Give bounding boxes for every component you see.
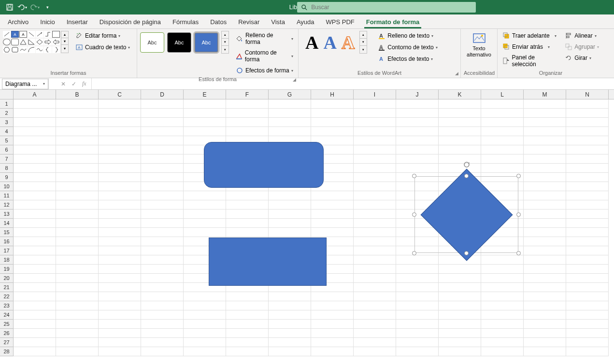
cell[interactable] bbox=[14, 347, 56, 356]
cell[interactable] bbox=[354, 347, 396, 356]
cell[interactable] bbox=[566, 228, 609, 237]
style-down-icon[interactable]: ▾ bbox=[222, 39, 228, 46]
cell[interactable] bbox=[311, 320, 354, 329]
cell[interactable] bbox=[481, 274, 524, 283]
shape-rounded-rectangle[interactable] bbox=[204, 142, 324, 188]
tab-insertar[interactable]: Insertar bbox=[61, 15, 94, 28]
cell[interactable] bbox=[226, 320, 269, 329]
cell[interactable] bbox=[311, 292, 354, 301]
cell[interactable] bbox=[396, 338, 439, 347]
shape-wave-icon[interactable] bbox=[19, 46, 27, 53]
cell[interactable] bbox=[396, 329, 439, 338]
cell[interactable] bbox=[311, 191, 354, 200]
cell[interactable] bbox=[524, 338, 566, 347]
cell[interactable] bbox=[184, 118, 226, 127]
cell[interactable] bbox=[56, 154, 99, 164]
column-header[interactable]: M bbox=[524, 90, 566, 99]
cell[interactable] bbox=[524, 320, 566, 329]
shape-rtriangle-icon[interactable] bbox=[28, 39, 35, 45]
cell[interactable] bbox=[14, 154, 56, 164]
cell[interactable] bbox=[99, 329, 141, 338]
shape-diamond-icon[interactable] bbox=[36, 39, 43, 45]
cell[interactable] bbox=[14, 200, 56, 210]
cell[interactable] bbox=[56, 265, 99, 274]
cell[interactable] bbox=[56, 136, 99, 145]
cell[interactable] bbox=[354, 191, 396, 200]
cell[interactable] bbox=[524, 210, 566, 219]
style-scroll[interactable]: ▴ ▾ ▾ bbox=[221, 31, 229, 54]
cell[interactable] bbox=[481, 127, 524, 136]
cell[interactable] bbox=[311, 99, 354, 109]
cell[interactable] bbox=[226, 338, 269, 347]
cell[interactable] bbox=[141, 301, 184, 310]
row-header[interactable]: 23 bbox=[0, 301, 14, 310]
cell[interactable] bbox=[141, 154, 184, 164]
cell[interactable] bbox=[141, 329, 184, 338]
shapes-gallery[interactable]: A A bbox=[3, 31, 60, 53]
cell[interactable] bbox=[14, 265, 56, 274]
cell[interactable] bbox=[99, 154, 141, 164]
cell[interactable] bbox=[396, 127, 439, 136]
cell[interactable] bbox=[56, 274, 99, 283]
cell[interactable] bbox=[269, 99, 311, 109]
cell[interactable] bbox=[184, 301, 226, 310]
column-header[interactable]: B bbox=[56, 90, 99, 99]
cell[interactable] bbox=[354, 136, 396, 145]
cell[interactable] bbox=[99, 118, 141, 127]
row-header[interactable]: 9 bbox=[0, 173, 14, 182]
cell[interactable] bbox=[566, 164, 609, 173]
cell[interactable] bbox=[566, 338, 609, 347]
shape-style-gallery[interactable]: Abc Abc Abc ▴ ▾ ▾ bbox=[140, 31, 229, 54]
cell[interactable] bbox=[524, 292, 566, 301]
cell[interactable] bbox=[269, 228, 311, 237]
cell[interactable] bbox=[439, 154, 481, 164]
cell[interactable] bbox=[14, 338, 56, 347]
cell[interactable] bbox=[99, 320, 141, 329]
contorno-forma-button[interactable]: Contorno de forma ▾ bbox=[234, 48, 295, 64]
cell[interactable] bbox=[396, 320, 439, 329]
row-header[interactable]: 15 bbox=[0, 228, 14, 237]
cell[interactable] bbox=[311, 329, 354, 338]
cell[interactable] bbox=[566, 237, 609, 246]
cell[interactable] bbox=[226, 329, 269, 338]
resize-handle[interactable] bbox=[412, 251, 416, 255]
shape-brace-icon[interactable] bbox=[44, 46, 52, 53]
cell[interactable] bbox=[56, 301, 99, 310]
cell[interactable] bbox=[354, 173, 396, 182]
wordart-gallery[interactable]: A A A ▴ ▾ ▾ bbox=[301, 31, 371, 54]
shape-rarrow-icon[interactable] bbox=[44, 39, 52, 45]
row-header[interactable]: 1 bbox=[0, 99, 14, 109]
cell[interactable] bbox=[269, 118, 311, 127]
cell[interactable] bbox=[566, 292, 609, 301]
cell[interactable] bbox=[226, 118, 269, 127]
cell[interactable] bbox=[141, 136, 184, 145]
cell[interactable] bbox=[226, 109, 269, 118]
cell[interactable] bbox=[141, 255, 184, 265]
resize-handle[interactable] bbox=[412, 174, 416, 178]
cell[interactable] bbox=[99, 109, 141, 118]
dialog-launcher-icon[interactable]: ◢ bbox=[455, 71, 458, 76]
cell[interactable] bbox=[566, 127, 609, 136]
cell[interactable] bbox=[311, 200, 354, 210]
cell[interactable] bbox=[99, 347, 141, 356]
qat-customize-icon[interactable]: ▾ bbox=[42, 1, 53, 13]
cell[interactable] bbox=[439, 329, 481, 338]
cell[interactable] bbox=[14, 274, 56, 283]
cell[interactable] bbox=[354, 154, 396, 164]
row-header[interactable]: 21 bbox=[0, 283, 14, 292]
cell[interactable] bbox=[396, 145, 439, 154]
enter-icon[interactable]: ✓ bbox=[71, 81, 76, 87]
cell[interactable] bbox=[354, 255, 396, 265]
cell[interactable] bbox=[396, 347, 439, 356]
cell[interactable] bbox=[524, 127, 566, 136]
cell[interactable] bbox=[524, 329, 566, 338]
cell[interactable] bbox=[56, 219, 99, 228]
cell[interactable] bbox=[481, 99, 524, 109]
shape-triangle-icon[interactable] bbox=[19, 39, 27, 45]
shape-diamond-selected[interactable] bbox=[414, 176, 518, 253]
cell[interactable] bbox=[184, 338, 226, 347]
cell[interactable] bbox=[226, 301, 269, 310]
row-header[interactable]: 12 bbox=[0, 200, 14, 210]
cell[interactable] bbox=[14, 173, 56, 182]
cell[interactable] bbox=[524, 274, 566, 283]
